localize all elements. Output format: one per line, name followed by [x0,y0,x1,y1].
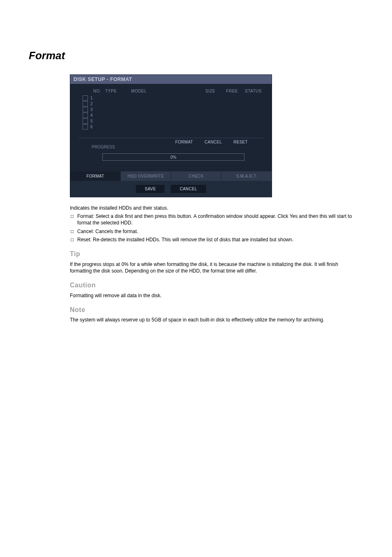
col-type: TYPE [105,89,124,93]
li-format: Format: Select a disk first and then pre… [77,213,353,226]
intro-line: Indicates the installed HDDs and their s… [70,205,353,211]
progress-label: PROGRESS [78,140,145,149]
col-model: MODEL [124,89,180,93]
table-row: 3 [83,106,263,112]
row5-checkbox[interactable] [83,118,88,124]
section-heading: Format [29,49,363,62]
operations-row: PROGRESS FORMAT CANCEL RESET [78,140,263,149]
row1-no: 1 [90,96,95,100]
progress-wrap: 0% [78,149,263,168]
note-text: The system will always reserve up to 5GB… [70,317,353,323]
disk-rows: 1 2 3 4 5 [78,95,263,129]
row5-no: 5 [90,119,95,123]
body-text: Indicates the installed HDDs and their s… [70,205,353,323]
tip-text: If the progress stops at 0% for a while … [70,261,353,274]
col-status: STATUS [238,89,263,93]
table-row: 5 [83,118,263,124]
tip-heading: Tip [70,250,353,259]
row6-checkbox[interactable] [83,124,88,129]
tab-hdd-overwrite[interactable]: HDD OVERWRITE [120,171,171,181]
caution-text: Formatting will remove all data in the d… [70,292,353,299]
table-row: 2 [83,101,263,106]
progress-bar: 0% [102,153,244,161]
tab-check[interactable]: CHECK [171,171,221,181]
li-reset: Reset: Re-detects the installed HDDs. Th… [77,236,353,243]
table-row: 4 [83,112,263,118]
reset-button[interactable]: RESET [233,140,248,144]
disk-table-headers: NO. TYPE MODEL SIZE FREE STATUS [78,88,263,95]
divider [78,138,263,138]
note-heading: Note [70,305,353,314]
row1-checkbox[interactable] [83,95,88,101]
row2-checkbox[interactable] [83,101,88,106]
table-row: 1 [83,95,263,101]
col-free: FREE [215,89,238,93]
progress-value: 0% [171,155,176,159]
row6-no: 6 [90,125,95,129]
disk-setup-dialog: DISK SETUP - FORMAT NO. TYPE MODEL SIZE … [70,74,272,197]
tab-smart[interactable]: S.M.A.R.T. [221,171,272,181]
disk-table: NO. TYPE MODEL SIZE FREE STATUS 1 2 3 [70,84,272,171]
tab-format[interactable]: FORMAT [70,171,120,181]
cancel-dialog-button[interactable]: CANCEL [171,185,205,193]
tab-bar: FORMAT HDD OVERWRITE CHECK S.M.A.R.T. [70,171,272,181]
col-size: SIZE [180,89,215,93]
row3-no: 3 [90,107,95,112]
dialog-footer: SAVE CANCEL [70,181,272,197]
format-button[interactable]: FORMAT [175,140,193,144]
col-no: NO. [78,89,105,93]
row2-no: 2 [90,102,95,106]
table-row: 6 [83,124,263,129]
li-cancel: Cancel: Cancels the format. [77,228,353,235]
row3-checkbox[interactable] [83,107,88,112]
cancel-button[interactable]: CANCEL [205,140,222,144]
dialog-titlebar: DISK SETUP - FORMAT [70,75,272,84]
save-button[interactable]: SAVE [136,185,164,193]
row4-no: 4 [90,113,95,118]
caution-heading: Caution [70,281,353,290]
row4-checkbox[interactable] [83,113,88,118]
